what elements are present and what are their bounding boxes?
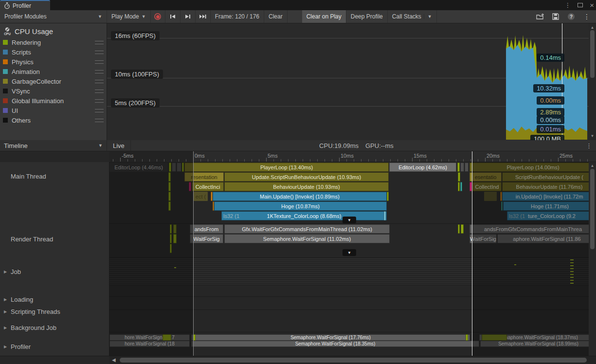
timeline-sample-marker[interactable]	[501, 201, 503, 211]
timeline-sample-bar[interactable]: in.Update() [Invoke] (11.72m	[502, 192, 596, 201]
timeline-sample-marker[interactable]	[170, 224, 172, 234]
timeline-sample-marker[interactable]	[466, 334, 468, 341]
load-profile-button[interactable]	[534, 10, 546, 23]
cpu-usage-header[interactable]: CPU CPU Usage	[0, 23, 107, 37]
timeline-sample-bar[interactable]: BehaviourUpdate (11.76ms)	[502, 182, 596, 191]
timeline-sample-marker[interactable]	[168, 192, 171, 201]
timeline-sample-marker[interactable]	[482, 334, 507, 341]
legend-item-others[interactable]: Others	[3, 115, 107, 125]
drag-handle-icon[interactable]	[95, 51, 104, 54]
timeline-sample-bar[interactable]: esentatio	[470, 172, 502, 182]
thread-group-scripting-threads[interactable]: ▶Scripting Threads	[0, 307, 109, 316]
timeline-sample-bar[interactable]: CollectInci	[192, 182, 224, 191]
drag-handle-icon[interactable]	[95, 80, 104, 83]
record-button[interactable]	[151, 10, 165, 23]
timeline-sample-marker[interactable]	[173, 234, 177, 243]
timeline-sample-marker[interactable]	[182, 163, 184, 172]
timeline-sample-bar[interactable]: hore.WaitForSignal (18	[109, 341, 190, 347]
drag-handle-icon[interactable]	[95, 99, 104, 103]
legend-item-scripts[interactable]: Scripts	[3, 47, 107, 57]
timeline-sample-bar[interactable]: CollectInd	[472, 182, 502, 191]
last-frame-button[interactable]	[196, 10, 211, 23]
timeline-sample-bar[interactable]: andsFromGfxCommandsFromMainThrea	[470, 224, 596, 234]
timeline-sample-marker[interactable]	[465, 163, 469, 172]
timeline-sample-bar[interactable]: Hoge (11.71ms)	[503, 201, 596, 211]
timeline-sample-bar[interactable]: WaitForSig	[190, 234, 223, 243]
timeline-sample-marker[interactable]	[169, 163, 171, 172]
timeline-sample-marker[interactable]	[484, 192, 497, 201]
timeline-sample-marker[interactable]	[461, 224, 464, 234]
timeline-sample-bar[interactable]: PlayerLoop (13.40ms)	[184, 163, 389, 172]
timeline-sample-bar[interactable]: ls32 (1	[223, 211, 246, 220]
thread-group-job[interactable]: ▶Job	[0, 267, 109, 276]
timeline-sample-marker[interactable]	[168, 182, 171, 191]
save-profile-button[interactable]	[549, 10, 562, 23]
deep-profile-toggle[interactable]: Deep Profile	[346, 10, 388, 23]
timeline-sample-marker[interactable]	[460, 182, 462, 191]
timeline-sample-marker[interactable]	[384, 211, 386, 220]
timeline-sample-marker[interactable]	[387, 192, 389, 201]
timeline-sample-bar[interactable]: ScriptRunBehaviourUpdate (	[502, 172, 596, 182]
timeline-sample-bar[interactable]: Main.Update() [Invoke] (10.89ms)	[213, 192, 387, 201]
timeline-sample-marker[interactable]	[458, 224, 460, 234]
tab-profiler[interactable]: Profiler	[0, 0, 50, 10]
render-thread-expand-button[interactable]: ▼	[343, 249, 356, 256]
maximize-icon[interactable]	[578, 3, 583, 7]
timeline-sample-bar[interactable]: andsFrom	[190, 224, 223, 234]
thread-group-profiler[interactable]: ▶Profiler	[0, 342, 109, 351]
timeline-sample-bar[interactable]: Semaphore.WaitForSignal (11.02ms)	[224, 234, 390, 243]
timeline-ruler[interactable]: -5ms0ms5ms10ms15ms20ms25ms	[109, 151, 596, 162]
main-thread-expand-button[interactable]: ▼	[343, 217, 356, 223]
timeline-menu-button[interactable]: ⋮	[582, 140, 596, 151]
timeline-scrollbar[interactable]: ▲	[589, 162, 596, 356]
timeline-sample-bar[interactable]: hore.WaitForSignal (17	[109, 334, 190, 341]
legend-item-rendering[interactable]: Rendering	[3, 37, 107, 47]
chart-scroll-thumb[interactable]	[590, 30, 595, 78]
horizontal-scrollbar[interactable]: ◀	[0, 356, 596, 364]
scroll-left-icon[interactable]: ◀	[112, 357, 116, 363]
timeline-sample-bar[interactable]: resentation	[184, 172, 224, 182]
legend-item-global-illumination[interactable]: Global Illumination	[3, 96, 107, 106]
legend-item-animation[interactable]: Animation	[3, 67, 107, 76]
timeline-sample-marker[interactable]	[177, 163, 181, 172]
drag-handle-icon[interactable]	[95, 41, 104, 44]
timeline-sample-bar[interactable]: BehaviourUpdate (10.93ms)	[224, 182, 389, 191]
drag-handle-icon[interactable]	[95, 109, 104, 112]
timeline-sample-marker[interactable]	[172, 163, 176, 172]
drag-handle-icon[interactable]	[95, 70, 104, 73]
thread-group-loading[interactable]: ▶Loading	[0, 295, 109, 304]
timeline-sample-marker[interactable]	[189, 182, 191, 191]
timeline-sample-bar[interactable]: 1KTexture_ColorLoop (8.68ms)	[221, 211, 387, 220]
timeline-sample-bar[interactable]: PlayerLoop (14.00ms)	[470, 163, 596, 172]
timeline-sample-marker[interactable]	[460, 163, 464, 172]
timeline-sample-marker[interactable]	[163, 334, 171, 341]
timeline-sample-marker[interactable]	[457, 163, 460, 172]
timeline-sample-marker[interactable]	[458, 182, 460, 191]
timeline-sample-marker[interactable]	[173, 224, 177, 234]
legend-item-vsync[interactable]: VSync	[3, 86, 107, 96]
timeline-sample-marker[interactable]	[168, 201, 171, 211]
help-button[interactable]: ?	[565, 10, 578, 23]
drag-handle-icon[interactable]	[95, 90, 104, 93]
timeline-sample-bar[interactable]: Semaphore.WaitForSignal (18.35ms)	[191, 341, 479, 347]
scroll-down-icon[interactable]: ▼	[589, 134, 596, 138]
timeline-sample-bar[interactable]: Gfx.WaitForGfxCommandsFromMainThread (11…	[224, 224, 390, 234]
timeline-sample-bar[interactable]: Semaphore.WaitForSignal (17.76ms)	[191, 334, 470, 341]
timeline-sample-marker[interactable]	[170, 234, 172, 243]
timeline-sample-bar[interactable]: ls32 (1	[508, 211, 529, 220]
window-menu-icon[interactable]: ⋮	[564, 1, 571, 9]
frame-start-line[interactable]	[193, 151, 194, 356]
timeline-sample-marker[interactable]	[170, 244, 172, 253]
clear-on-play-toggle[interactable]: Clear on Play	[302, 10, 346, 23]
clear-button[interactable]: Clear	[264, 10, 288, 23]
timeline-sample-bar[interactable]: EditorLoop (4.62ms)	[389, 163, 456, 172]
live-button[interactable]: Live	[107, 140, 131, 151]
timeline-view-dropdown[interactable]: Timeline ▼	[0, 140, 107, 151]
timeline-sample-bar[interactable]: aphore.WaitForSignal (11.86	[497, 234, 596, 243]
legend-item-ui[interactable]: UI	[3, 106, 107, 115]
timeline-sample-marker[interactable]	[168, 172, 171, 182]
frame-end-line[interactable]	[472, 151, 472, 356]
thread-group-render-thread[interactable]: Render Thread	[0, 235, 109, 243]
thread-group-background-job[interactable]: ▶Background Job	[0, 323, 109, 332]
first-frame-button[interactable]	[165, 10, 181, 23]
